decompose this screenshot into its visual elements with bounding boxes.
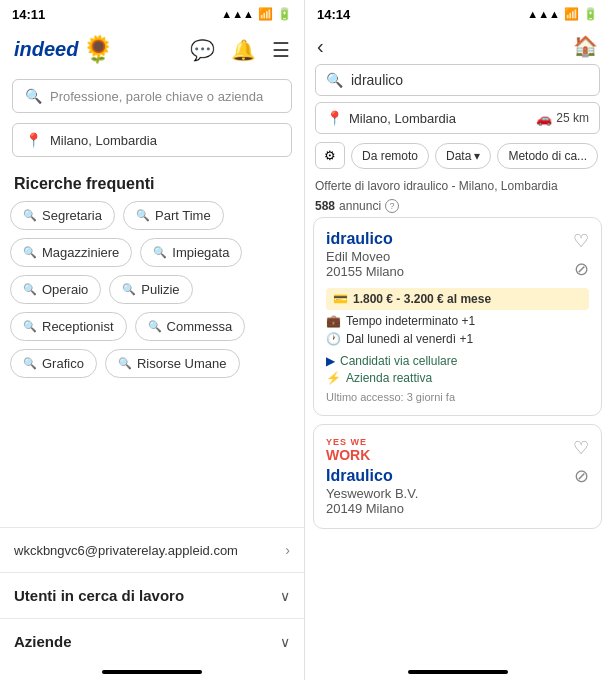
search-box-left[interactable]: 🔍 Professione, parole chiave o azienda — [12, 79, 292, 113]
filter-method-label: Metodo di ca... — [508, 149, 587, 163]
search-icon-left: 🔍 — [25, 88, 42, 104]
extra-reactive-0: ⚡ Azienda reattiva — [326, 371, 589, 385]
account-row[interactable]: wkckbngvc6@privaterelay.appleid.com › — [0, 527, 304, 572]
extra-icon-reactive: ⚡ — [326, 371, 341, 385]
filter-method-btn[interactable]: Metodo di ca... — [497, 143, 598, 169]
search-icon-right: 🔍 — [326, 72, 343, 88]
results-count: 588 — [315, 199, 335, 213]
indeed-logo: indeed 🌻 — [14, 34, 114, 65]
home-indicator-left — [102, 670, 202, 674]
left-panel: 14:11 ▲▲▲ 📶 🔋 indeed 🌻 💬 🔔 ☰ 🔍 Professio… — [0, 0, 305, 680]
job-info-0: idraulico Edil Moveo 20155 Milano — [326, 230, 404, 279]
extra-text-reactive: Azienda reattiva — [346, 371, 432, 385]
time-right: 14:14 — [317, 7, 350, 22]
signal-icon: ▲▲▲ — [221, 8, 254, 20]
job-info-1: YES WE WORK Idraulico Yeswework B.V. 201… — [326, 437, 418, 516]
results-count-row: 588 annunci ? — [305, 199, 610, 217]
filter-remote-btn[interactable]: Da remoto — [351, 143, 429, 169]
nav-icons-left: 💬 🔔 ☰ — [190, 38, 290, 62]
search-row-right[interactable]: 🔍 idraulico — [315, 64, 600, 96]
salary-text-0: 1.800 € - 3.200 € al mese — [353, 292, 491, 306]
time-left: 14:11 — [12, 7, 45, 22]
battery-icon-right: 🔋 — [583, 7, 598, 21]
chip-label-1: Part Time — [155, 208, 211, 223]
chip-label-2: Magazziniere — [42, 245, 119, 260]
location-box-left[interactable]: 📍 Milano, Lombardia — [12, 123, 292, 157]
right-panel: 14:14 ▲▲▲ 📶 🔋 ‹ 🏠 🔍 idraulico 📍 Milano, … — [305, 0, 610, 680]
extra-text-mobile: Candidati via cellulare — [340, 354, 457, 368]
chip-part-time[interactable]: 🔍 Part Time — [123, 201, 224, 230]
chip-commessa[interactable]: 🔍 Commessa — [135, 312, 246, 341]
contract-text-0: Tempo indeterminato +1 — [346, 314, 475, 328]
block-job-btn-1[interactable]: ⊘ — [573, 465, 589, 487]
card-actions-0: ♡ ⊘ — [573, 230, 589, 280]
car-icon: 🚗 — [536, 111, 552, 126]
status-bar-left: 14:11 ▲▲▲ 📶 🔋 — [0, 0, 304, 28]
location-text-left: Milano, Lombardia — [50, 133, 157, 148]
filter-remote-label: Da remoto — [362, 149, 418, 163]
block-job-btn-0[interactable]: ⊘ — [573, 258, 589, 280]
frequent-title: Ricerche frequenti — [0, 165, 304, 201]
chip-pulizie[interactable]: 🔍 Pulizie — [109, 275, 192, 304]
filter-bar: ⚙ Da remoto Data ▾ Metodo di ca... — [305, 142, 610, 177]
chip-risorse-umane[interactable]: 🔍 Risorse Umane — [105, 349, 240, 378]
location-text-right: Milano, Lombardia — [349, 111, 456, 126]
hours-badge-0: 🕐 Dal lunedì al venerdì +1 — [326, 332, 589, 346]
accordion-label-1: Aziende — [14, 633, 72, 650]
home-indicator-right — [408, 670, 508, 674]
job-card-0[interactable]: idraulico Edil Moveo 20155 Milano ♡ ⊘ 💳 … — [313, 217, 602, 416]
status-bar-right: 14:14 ▲▲▲ 📶 🔋 — [305, 0, 610, 28]
menu-icon[interactable]: ☰ — [272, 38, 290, 62]
chip-grafico[interactable]: 🔍 Grafico — [10, 349, 97, 378]
contract-badge-0: 💼 Tempo indeterminato +1 — [326, 314, 589, 328]
chip-label-0: Segretaria — [42, 208, 102, 223]
chip-search-icon-7: 🔍 — [148, 320, 162, 333]
salary-icon-0: 💳 — [333, 292, 348, 306]
salary-badge-0: 💳 1.800 € - 3.200 € al mese — [326, 288, 589, 310]
location-row-right[interactable]: 📍 Milano, Lombardia 🚗 25 km — [315, 102, 600, 134]
distance-text: 25 km — [556, 111, 589, 125]
notifications-icon[interactable]: 🔔 — [231, 38, 256, 62]
chip-search-icon-0: 🔍 — [23, 209, 37, 222]
jobs-list: idraulico Edil Moveo 20155 Milano ♡ ⊘ 💳 … — [305, 217, 610, 664]
chip-segretaria[interactable]: 🔍 Segretaria — [10, 201, 115, 230]
chip-label-7: Commessa — [167, 319, 233, 334]
location-pin-left: 📍 — [25, 132, 42, 148]
hours-icon-0: 🕐 — [326, 332, 341, 346]
chip-magazziniere[interactable]: 🔍 Magazziniere — [10, 238, 132, 267]
chip-operaio[interactable]: 🔍 Operaio — [10, 275, 101, 304]
job-location-1: 20149 Milano — [326, 501, 418, 516]
wifi-icon: 📶 — [258, 7, 273, 21]
job-card-1[interactable]: YES WE WORK Idraulico Yeswework B.V. 201… — [313, 424, 602, 529]
chevron-right-icon: › — [285, 542, 290, 558]
filter-settings-btn[interactable]: ⚙ — [315, 142, 345, 169]
status-icons-left: ▲▲▲ 📶 🔋 — [221, 7, 292, 21]
accordion-aziende[interactable]: Aziende ∨ — [0, 618, 304, 664]
location-left: 📍 Milano, Lombardia — [326, 110, 456, 126]
save-job-btn-0[interactable]: ♡ — [573, 230, 589, 252]
chip-label-4: Operaio — [42, 282, 88, 297]
chevron-down-icon-1: ∨ — [280, 634, 290, 650]
messages-icon[interactable]: 💬 — [190, 38, 215, 62]
filter-date-btn[interactable]: Data ▾ — [435, 143, 491, 169]
save-job-btn-1[interactable]: ♡ — [573, 437, 589, 459]
chip-search-icon-3: 🔍 — [153, 246, 167, 259]
info-icon[interactable]: ? — [385, 199, 399, 213]
sunflower-icon: 🌻 — [82, 34, 114, 65]
yeswe-top: YES WE — [326, 437, 418, 447]
filter-date-arrow: ▾ — [474, 149, 480, 163]
chip-search-icon-8: 🔍 — [23, 357, 37, 370]
indeed-wordmark: indeed — [14, 38, 78, 61]
job-company-0: Edil Moveo — [326, 249, 404, 264]
chip-receptionist[interactable]: 🔍 Receptionist — [10, 312, 127, 341]
battery-icon: 🔋 — [277, 7, 292, 21]
results-info: Offerte di lavoro idraulico - Milano, Lo… — [305, 177, 610, 199]
accordion-utenti[interactable]: Utenti in cerca di lavoro ∨ — [0, 572, 304, 618]
home-icon[interactable]: 🏠 — [573, 34, 598, 58]
chip-search-icon-2: 🔍 — [23, 246, 37, 259]
chip-impiegata[interactable]: 🔍 Impiegata — [140, 238, 242, 267]
back-arrow-icon[interactable]: ‹ — [317, 35, 324, 58]
location-pin-right: 📍 — [326, 110, 343, 126]
chip-label-6: Receptionist — [42, 319, 114, 334]
chip-label-9: Risorse Umane — [137, 356, 227, 371]
